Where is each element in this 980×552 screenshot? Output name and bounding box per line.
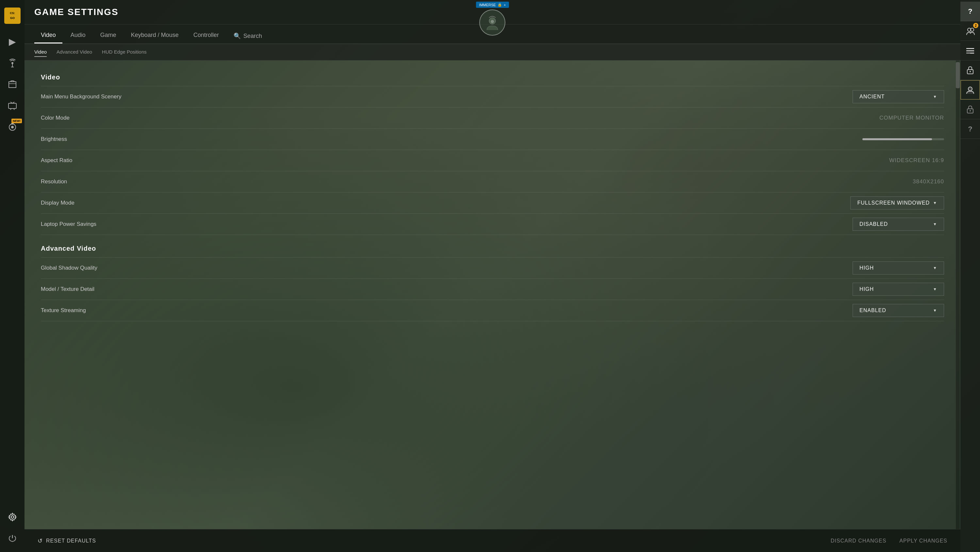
display-mode-dropdown[interactable]: FULLSCREEN WINDOWED ▼ (850, 196, 944, 209)
setting-value-texture-detail: HIGH ▼ (583, 279, 944, 300)
lock-top-button[interactable] (960, 61, 980, 80)
tab-audio[interactable]: Audio (64, 28, 92, 43)
bottom-bar: ↺ RESET DEFAULTS DISCARD CHANGES APPLY C… (24, 529, 960, 552)
main-menu-bg-dropdown[interactable]: ANCIENT ▼ (853, 90, 944, 103)
shadow-quality-dropdown[interactable]: HIGH ▼ (853, 262, 944, 274)
svg-rect-6 (9, 82, 16, 88)
csgo-logo: CS: GO (4, 8, 21, 24)
advanced-video-section: Advanced Video Global Shadow Quality HIG… (41, 245, 944, 321)
immerse-bar[interactable]: IMMERSE 🔒 + (476, 2, 509, 8)
svg-point-16 (11, 516, 14, 518)
display-mode-value: FULLSCREEN WINDOWED (857, 200, 930, 206)
texture-streaming-dropdown[interactable]: ENABLED ▼ (853, 304, 944, 317)
reset-icon: ↺ (38, 537, 43, 544)
setting-value-brightness (583, 129, 944, 150)
sub-nav: Video Advanced Video HUD Edge Positions (24, 44, 960, 61)
setting-label-color-mode: Color Mode (41, 107, 583, 129)
sidebar-item-play[interactable]: ▶ (0, 31, 24, 52)
sub-nav-hud-edge[interactable]: HUD Edge Positions (102, 47, 147, 57)
tab-controller[interactable]: Controller (187, 28, 225, 43)
setting-label-aspect-ratio: Aspect Ratio (41, 150, 583, 171)
setting-label-texture-detail: Model / Texture Detail (41, 279, 583, 300)
search-icon: 🔍 (234, 32, 241, 40)
sidebar-item-tv[interactable] (0, 95, 24, 116)
sidebar-item-new[interactable]: NEW! (0, 116, 24, 137)
friends-button[interactable]: 2 (960, 21, 980, 41)
reset-defaults-button[interactable]: ↺ RESET DEFAULTS (38, 537, 96, 544)
brightness-slider-container (583, 138, 944, 140)
immerse-plus[interactable]: + (504, 3, 506, 7)
player-avatar[interactable] (480, 10, 506, 36)
advanced-video-section-title: Advanced Video (41, 245, 944, 252)
discard-changes-button[interactable]: DISCARD CHANGES (831, 538, 886, 544)
setting-label-main-menu-bg: Main Menu Background Scenery (41, 86, 583, 107)
svg-point-29 (491, 20, 494, 23)
avatar-button[interactable] (960, 80, 980, 100)
table-row: Brightness (41, 129, 944, 150)
sub-nav-advanced-video[interactable]: Advanced Video (57, 47, 92, 57)
setting-value-aspect-ratio: WIDESCREEN 16:9 (583, 150, 944, 171)
tab-video[interactable]: Video (34, 28, 62, 43)
tab-game-label: Game (100, 32, 116, 38)
brightness-slider-fill (862, 138, 932, 140)
setting-value-shadow-quality: HIGH ▼ (583, 257, 944, 279)
svg-rect-22 (966, 53, 970, 54)
setting-value-resolution: 3840X2160 (583, 171, 944, 193)
chevron-down-icon: ▼ (933, 308, 937, 313)
sidebar-item-power[interactable] (0, 528, 24, 549)
search-tab[interactable]: 🔍 Search (227, 29, 269, 43)
page-title: GAME SETTINGS (34, 7, 119, 18)
question-bottom-button[interactable]: ? (960, 119, 980, 139)
tab-keyboard-mouse-label: Keyboard / Mouse (131, 32, 179, 38)
lock-bottom-button[interactable] (960, 100, 980, 119)
laptop-power-value: DISABLED (859, 221, 888, 227)
svg-point-27 (970, 110, 971, 112)
table-row: Global Shadow Quality HIGH ▼ (41, 257, 944, 279)
rank-button[interactable] (960, 41, 980, 61)
tab-video-label: Video (41, 32, 56, 38)
scrollbar-thumb[interactable] (956, 62, 960, 88)
scrollbar[interactable] (956, 61, 960, 529)
chevron-down-icon: ▼ (933, 266, 937, 270)
setting-label-resolution: Resolution (41, 171, 583, 193)
table-row: Aspect Ratio WIDESCREEN 16:9 (41, 150, 944, 171)
setting-value-color-mode: COMPUTER MONITOR (583, 107, 944, 129)
texture-detail-dropdown[interactable]: HIGH ▼ (853, 283, 944, 296)
reset-defaults-label: RESET DEFAULTS (46, 538, 96, 544)
brightness-slider[interactable] (862, 138, 944, 140)
help-button[interactable]: ? (960, 2, 980, 21)
table-row: Laptop Power Savings DISABLED ▼ (41, 214, 944, 235)
svg-text:CS:: CS: (10, 11, 15, 15)
chevron-down-icon: ▼ (933, 222, 937, 227)
apply-changes-label: APPLY CHANGES (899, 538, 947, 544)
setting-label-display-mode: Display Mode (41, 193, 583, 214)
svg-point-14 (11, 126, 14, 128)
new-badge: NEW! (11, 119, 22, 123)
sidebar-item-antenna[interactable] (0, 52, 24, 73)
sidebar-item-settings[interactable] (0, 506, 24, 528)
svg-rect-20 (966, 50, 974, 51)
setting-label-brightness: Brightness (41, 129, 583, 150)
laptop-power-dropdown[interactable]: DISABLED ▼ (853, 218, 944, 231)
tab-game[interactable]: Game (94, 28, 123, 43)
tab-keyboard-mouse[interactable]: Keyboard / Mouse (124, 28, 185, 43)
setting-label-laptop-power: Laptop Power Savings (41, 214, 583, 235)
sidebar-item-inventory[interactable] (0, 73, 24, 95)
setting-value-main-menu-bg: ANCIENT ▼ (583, 86, 944, 107)
tab-audio-label: Audio (70, 32, 86, 38)
chevron-down-icon: ▼ (933, 201, 937, 205)
main-area: GAME SETTINGS IMMERSE 🔒 + Video (24, 0, 960, 552)
texture-detail-value: HIGH (859, 286, 874, 292)
discard-changes-label: DISCARD CHANGES (831, 538, 886, 544)
video-section-title: Video (41, 73, 944, 81)
shadow-quality-value: HIGH (859, 265, 874, 271)
table-row: Color Mode COMPUTER MONITOR (41, 107, 944, 129)
table-row: Resolution 3840X2160 (41, 171, 944, 193)
immerse-label: IMMERSE (479, 3, 496, 7)
apply-changes-button[interactable]: APPLY CHANGES (899, 538, 947, 544)
advanced-video-settings-table: Global Shadow Quality HIGH ▼ Model / Tex… (41, 257, 944, 321)
svg-text:GO: GO (10, 16, 14, 20)
sub-nav-video[interactable]: Video (34, 47, 47, 57)
immerse-lock: 🔒 (498, 3, 502, 7)
settings-content: Video Main Menu Background Scenery ANCIE… (24, 61, 960, 529)
